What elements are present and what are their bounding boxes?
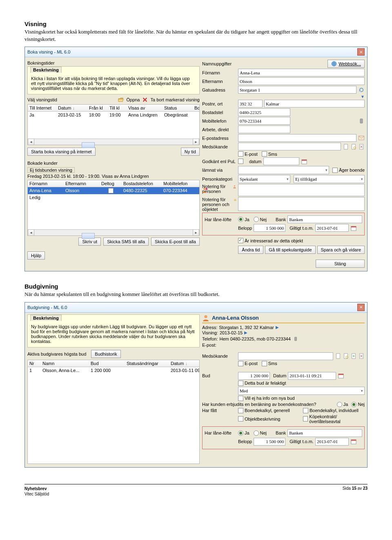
budhistorik-button[interactable]: Budhistorik	[91, 350, 120, 358]
bud-table[interactable]: Nr Namn Bud Statusändringar Datum ↓ 1 Ol…	[27, 360, 200, 464]
mobil-input[interactable]	[238, 117, 290, 125]
sms-checkbox[interactable]: Sms	[262, 151, 277, 157]
notering-objekt-textarea[interactable]	[238, 197, 365, 211]
bank-input[interactable]	[287, 215, 362, 223]
skicka-sms-button[interactable]: Skicka SMS till alla	[103, 238, 149, 246]
phone-icon[interactable]	[292, 336, 299, 342]
felaktigt-checkbox[interactable]: Detta bud är felaktigt	[238, 381, 286, 386]
boendekostnad-ja-radio[interactable]: Ja	[337, 402, 348, 407]
intresserad-checkbox[interactable]: Är intresserad av detta objekt	[238, 238, 303, 243]
scroll-thumb[interactable]	[82, 233, 95, 239]
stang-button[interactable]: Stäng	[316, 260, 365, 268]
ta-bort-link[interactable]: Ta bort markerad visning	[150, 97, 199, 102]
lamnat-via-select[interactable]	[238, 166, 329, 174]
flag-icon[interactable]: ▶	[276, 325, 279, 329]
hjalp-button[interactable]: Hjälp	[27, 251, 45, 260]
bud-input[interactable]	[238, 372, 270, 380]
page-icon[interactable]	[343, 143, 349, 150]
horizontal-scrollbar[interactable]: ◄ ►	[28, 139, 199, 145]
deltog-checkbox[interactable]	[108, 188, 114, 193]
vill-ej-checkbox[interactable]: Vill ej ha info om nya bud	[238, 396, 295, 401]
table-row-ledig[interactable]: Ledig	[28, 194, 199, 201]
godkant-checkbox[interactable]	[238, 159, 243, 164]
skriv-ut-button[interactable]: Skriv ut	[78, 238, 101, 246]
spara-button[interactable]: Spara och gå vidare	[317, 246, 365, 254]
belopp-input[interactable]	[254, 438, 285, 446]
expand-down-icon[interactable]: ▼	[361, 94, 365, 99]
boendekalkyl-gen-checkbox[interactable]: Boendekalkyl, generell	[238, 408, 300, 413]
ort-input[interactable]	[264, 100, 365, 108]
lanelofte-ja-radio[interactable]: Ja	[238, 430, 249, 436]
ager-boende-checkbox[interactable]: Äger boende	[332, 168, 365, 173]
calendar-icon[interactable]	[338, 372, 344, 379]
efternamn-input[interactable]	[238, 77, 365, 85]
andra-tid-button[interactable]: Ändra tid	[238, 246, 263, 254]
table-row[interactable]: 1 Olsson, Anna-Le... 1 200 000 2013-01-1…	[28, 367, 199, 374]
skicka-epost-button[interactable]: Skicka E-post till alla	[151, 238, 200, 246]
oppna-link[interactable]: Öppna	[126, 97, 140, 102]
fornamn-input[interactable]	[238, 69, 365, 76]
notering-person-textarea[interactable]	[238, 184, 365, 196]
epost-checkbox[interactable]: E-post	[238, 361, 258, 366]
lanelofte-ja-radio[interactable]: Ja	[238, 217, 249, 222]
postnr-input[interactable]	[238, 100, 263, 108]
giltigt-input[interactable]	[315, 224, 349, 232]
close-icon[interactable]: ✕	[357, 304, 365, 311]
giltigt-input[interactable]	[315, 438, 349, 446]
bud-datum-input[interactable]	[288, 372, 336, 380]
page-add-icon[interactable]	[350, 353, 357, 359]
boendekostnad-nej-radio[interactable]: Nej	[351, 402, 365, 407]
med-select[interactable]: Med	[238, 387, 365, 395]
ny-tid-button[interactable]: Ny tid	[181, 148, 200, 156]
lanelofte-nej-radio[interactable]: Nej	[254, 430, 267, 436]
gatuadress-input[interactable]	[238, 86, 356, 94]
spekulantguide-button[interactable]: Gå till spekulantguide	[265, 246, 315, 254]
scroll-left-icon[interactable]: ◄	[28, 229, 34, 236]
collapse-icon[interactable]: ▲	[202, 196, 209, 202]
medsokande-input[interactable]	[238, 143, 341, 150]
scroll-thumb[interactable]	[82, 142, 95, 148]
horizontal-scrollbar[interactable]: ◄ ►	[28, 229, 199, 235]
lanelofte-nej-radio[interactable]: Nej	[254, 217, 267, 222]
epost-checkbox[interactable]: E-post	[238, 151, 258, 157]
webbsok-button[interactable]: Webbsök...	[327, 60, 365, 68]
add-person-icon[interactable]	[202, 187, 209, 193]
phone-icon[interactable]	[358, 118, 365, 124]
visningstid-table[interactable]: Till Internet Datum ↓ Från kl Till kl Vi…	[27, 104, 200, 145]
titlebar[interactable]: Budgivning - ML 6.0 ✕	[25, 302, 367, 313]
page-icon[interactable]	[335, 353, 341, 359]
search-page-icon[interactable]	[343, 353, 349, 359]
titlebar[interactable]: Boka visning - ML 6.0 ✕	[25, 47, 367, 57]
scroll-right-icon[interactable]: ►	[193, 229, 199, 236]
personkategori-select[interactable]: Spekulant	[238, 175, 290, 183]
calendar-icon[interactable]	[350, 225, 357, 231]
table-row-selected[interactable]: Anna-Lena Olsson 0480-22325 070-223344	[28, 187, 199, 194]
table-row[interactable]: Ja 2013-02-15 18:00 19:00 Anna Lindgren …	[28, 112, 199, 118]
bostadstel-input[interactable]	[238, 108, 290, 116]
mail-icon[interactable]	[358, 135, 365, 141]
refresh-icon[interactable]	[358, 87, 365, 93]
kopekontrakt-checkbox[interactable]: Köpekontrakt/överlåtelseavtal	[303, 414, 365, 424]
bokade-kunder-table[interactable]: Förnamn Efternamn Deltog Bostadstelefon …	[27, 180, 200, 236]
epost-input[interactable]	[238, 134, 356, 142]
expand-icon[interactable]: ▼	[202, 205, 209, 211]
starta-internet-button[interactable]: Starta boka visning på internet	[27, 148, 96, 156]
belopp-input[interactable]	[254, 224, 285, 232]
search-page-icon[interactable]	[350, 143, 357, 150]
arbete-input[interactable]	[238, 125, 290, 133]
calendar-icon[interactable]	[350, 438, 357, 445]
delete-page-icon[interactable]	[358, 143, 365, 150]
sms-checkbox[interactable]: Sms	[262, 361, 277, 366]
objektbeskrivning-checkbox[interactable]: Objektbeskrivning	[238, 414, 300, 424]
close-icon[interactable]: ✕	[357, 48, 365, 56]
boendekalkyl-ind-checkbox[interactable]: Boendekalkyl, individuell	[303, 408, 365, 413]
medsokande-input[interactable]	[238, 352, 333, 360]
ej-tillfragad-select[interactable]: Ej tillfrågad	[294, 175, 365, 183]
godkant-datum-input[interactable]	[263, 157, 299, 165]
play-icon[interactable]: ▶	[244, 330, 247, 335]
delete-page-icon[interactable]	[358, 353, 365, 359]
calendar-icon[interactable]	[301, 158, 307, 165]
bank-input[interactable]	[287, 429, 362, 437]
scroll-left-icon[interactable]: ◄	[28, 139, 34, 145]
scroll-right-icon[interactable]: ►	[193, 139, 199, 145]
